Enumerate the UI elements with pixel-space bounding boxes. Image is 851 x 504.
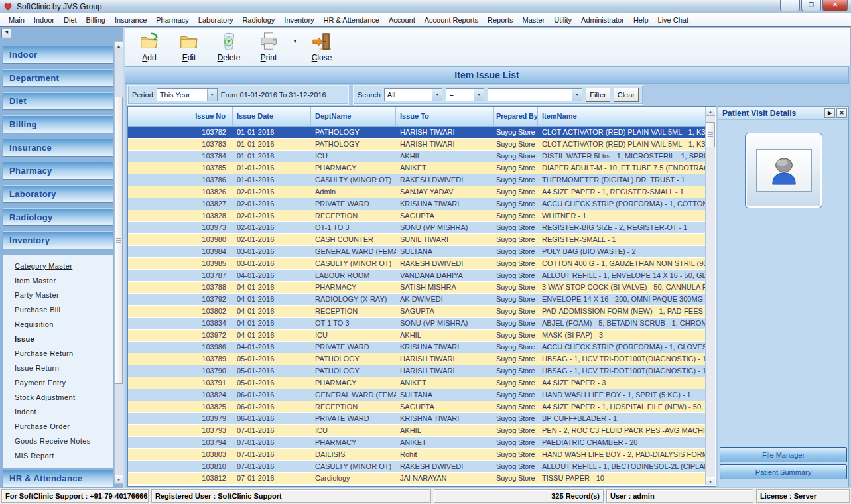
sidebar-item-issue-return[interactable]: Issue Return — [3, 361, 113, 375]
sidebar-section-diet[interactable]: Diet — [3, 92, 113, 109]
sidebar-scroll-thumb[interactable] — [115, 97, 123, 384]
menu-item-radiology[interactable]: Radiology — [237, 16, 279, 24]
chevron-down-icon[interactable]: ▼ — [572, 89, 582, 101]
menu-item-account-reports[interactable]: Account Reports — [420, 16, 483, 24]
sidebar-item-purchase-bill[interactable]: Purchase Bill — [3, 302, 113, 317]
table-row[interactable]: 10379307-01-2016ICUAKHILSuyog StorePEN -… — [128, 425, 706, 437]
filter-button[interactable]: Filter — [586, 88, 610, 102]
sidebar-section-billing[interactable]: Billing — [3, 115, 113, 133]
table-row[interactable]: 10398403-01-2016GENERAL WARD (FEMALE)SUL… — [128, 246, 706, 258]
print-button[interactable]: Print — [250, 30, 287, 64]
delete-button[interactable]: Delete — [210, 30, 247, 64]
table-row[interactable]: 10382506-01-2016RECEPTIONSAGUPTASuyog St… — [128, 401, 706, 413]
sidebar-section-indoor[interactable]: Indoor — [3, 46, 113, 63]
menu-item-reports[interactable]: Reports — [483, 16, 518, 24]
column-header-prepared-by[interactable]: Prepared By — [494, 107, 538, 126]
sidebar-item-issue[interactable]: Issue — [3, 332, 113, 346]
table-row[interactable]: 10379407-01-2016PHARMACYANIKETSuyog Stor… — [128, 437, 706, 449]
period-select[interactable]: This Year ▼ — [157, 88, 218, 101]
sidebar-item-category-master[interactable]: Category Master — [3, 259, 113, 273]
patient-photo-button[interactable] — [745, 133, 822, 208]
table-row[interactable]: 10397302-01-2016OT-1 TO 3SONU (VP MISHRA… — [128, 222, 706, 234]
table-row[interactable]: 10378804-01-2016PHARMACYSATISH MISHRASuy… — [128, 282, 706, 294]
sidebar-item-purchase-order[interactable]: Purchase Order — [3, 419, 113, 434]
table-row[interactable]: 10397906-01-2016PRIVATE WARDKRISHNA TIWA… — [128, 413, 706, 425]
table-row[interactable]: 10381207-01-2016CardiologyJAI NARAYANSuy… — [128, 473, 706, 485]
menu-item-administrator[interactable]: Administrator — [576, 16, 629, 24]
menu-item-utility[interactable]: Utility — [549, 16, 576, 24]
menu-item-pharmacy[interactable]: Pharmacy — [151, 16, 194, 24]
close-button[interactable]: Close — [303, 30, 340, 64]
menu-item-billing[interactable]: Billing — [82, 16, 110, 24]
table-row[interactable]: 10378905-01-2016PATHOLOGYHARISH TIWARISu… — [128, 353, 706, 365]
search-field-select[interactable]: All ▼ — [384, 88, 443, 101]
column-header-itemname[interactable]: ItemName — [538, 107, 706, 126]
menu-item-master[interactable]: Master — [518, 16, 550, 24]
column-header-deptname[interactable]: DeptName — [311, 107, 396, 126]
patient-summary-button[interactable]: Patient Summary — [720, 464, 847, 479]
sidebar-section-laboratory[interactable]: Laboratory — [3, 185, 113, 202]
column-header-issue-no[interactable]: Issue No — [128, 107, 233, 126]
table-row[interactable]: 10378704-01-2016LABOUR ROOMVANDANA DAHIY… — [128, 270, 706, 282]
sidebar-scrollbar[interactable]: ▲ ▼ — [114, 41, 123, 484]
sidebar-section-inventory[interactable]: Inventory — [3, 231, 113, 249]
menu-item-main[interactable]: Main — [4, 16, 29, 24]
menu-item-indoor[interactable]: Indoor — [29, 16, 59, 24]
sidebar-section-department[interactable]: Department — [3, 69, 113, 86]
minimize-button[interactable]: — — [780, 0, 800, 11]
scroll-up-icon[interactable]: ▲ — [706, 107, 715, 116]
chevron-down-icon[interactable]: ▼ — [207, 89, 217, 101]
sidebar-section-hr-attendance[interactable]: HR & Attendance — [3, 470, 113, 487]
sidebar-item-indent[interactable]: Indent — [3, 405, 113, 419]
add-button[interactable]: Add — [131, 30, 168, 64]
sidebar-item-party-master[interactable]: Party Master — [3, 288, 113, 302]
menu-item-insurance[interactable]: Insurance — [110, 16, 151, 24]
print-dropdown-arrow-icon[interactable]: ▼ — [290, 38, 300, 44]
table-row[interactable]: 10380307-01-2016DAILISISRohitSuyog Store… — [128, 449, 706, 461]
search-value-select[interactable]: ▼ — [488, 88, 582, 101]
table-row[interactable]: 10383404-01-2016OT-1 TO 3SONU (VP MISHRA… — [128, 318, 706, 330]
menu-item-inventory[interactable]: Inventory — [279, 16, 318, 24]
grid-scrollbar[interactable]: ▲ ▼ — [705, 107, 715, 485]
file-manager-button[interactable]: File Manager — [720, 447, 847, 462]
sidebar-section-insurance[interactable]: Insurance — [3, 139, 113, 156]
scroll-down-icon[interactable]: ▼ — [115, 475, 123, 483]
table-row[interactable]: 10378301-01-2016PATHOLOGYHARISH TIWARISu… — [128, 139, 706, 151]
table-row[interactable]: 10379105-01-2016PHARMACYANIKETSuyog Stor… — [128, 377, 706, 389]
table-row[interactable]: 10397204-01-2016ICUAKHILSuyog StoreMASK … — [128, 330, 706, 342]
table-row[interactable]: 10381007-01-2016CASULTY (MINOR OT)RAKESH… — [128, 461, 706, 473]
sidebar-item-item-master[interactable]: Item Master — [3, 273, 113, 288]
panel-close-button[interactable]: ✕ — [836, 108, 847, 118]
menu-item-diet[interactable]: Diet — [59, 16, 82, 24]
table-row[interactable]: 10382406-01-2016GENERAL WARD (FEMALE)SUL… — [128, 389, 706, 401]
column-header-issue-to[interactable]: Issue To — [396, 107, 494, 126]
column-header-issue-date[interactable]: Issue Date — [233, 107, 311, 126]
menu-item-live-chat[interactable]: Live Chat — [653, 16, 693, 24]
sidebar-collapse-button[interactable]: ◀ — [1, 29, 11, 38]
table-row[interactable]: 10380204-01-2016RECEPTIONSAGUPTASuyog St… — [128, 306, 706, 318]
table-row[interactable]: 10379204-01-2016RADIOLOGY (X-RAY)AK DWIV… — [128, 294, 706, 306]
chevron-down-icon[interactable]: ▼ — [474, 89, 484, 101]
edit-button[interactable]: Edit — [170, 30, 208, 64]
table-row[interactable]: 10378201-01-2016PATHOLOGYHARISH TIWARISu… — [128, 127, 706, 139]
operator-select[interactable]: = ▼ — [446, 88, 484, 101]
menu-item-help[interactable]: Help — [629, 16, 653, 24]
table-row[interactable]: 10378601-01-2016CASULTY (MINOR OT)RAKESH… — [128, 174, 706, 186]
table-row[interactable]: 10378401-01-2016ICUAKHILSuyog StoreDISTI… — [128, 151, 706, 162]
sidebar-section-radiology[interactable]: Radiology — [3, 208, 113, 225]
sidebar-item-purchase-return[interactable]: Purchase Return — [3, 346, 113, 361]
menu-item-laboratory[interactable]: Laboratory — [194, 16, 238, 24]
grid-scroll-thumb[interactable] — [706, 122, 715, 147]
close-window-button[interactable]: ✕ — [822, 0, 848, 11]
table-row[interactable]: 10398002-01-2016CASH COUNTERSUNIL TIWARI… — [128, 234, 706, 246]
menu-item-hr-attendance[interactable]: HR & Attendance — [319, 16, 384, 24]
table-row[interactable]: 10398503-01-2016CASULTY (MINOR OT)RAKESH… — [128, 258, 706, 270]
sidebar-item-goods-receive-notes[interactable]: Goods Receive Notes — [3, 434, 113, 448]
scroll-down-icon[interactable]: ▼ — [706, 477, 715, 485]
sidebar-item-mis-report[interactable]: MIS Report — [3, 448, 113, 463]
chevron-down-icon[interactable]: ▼ — [432, 89, 442, 101]
menu-item-account[interactable]: Account — [384, 16, 420, 24]
table-row[interactable]: 10379005-01-2016PATHOLOGYHARISH TIWARISu… — [128, 365, 706, 377]
sidebar-item-requisition[interactable]: Requisition — [3, 317, 113, 332]
sidebar-item-stock-adjustment[interactable]: Stock Adjustment — [3, 390, 113, 405]
